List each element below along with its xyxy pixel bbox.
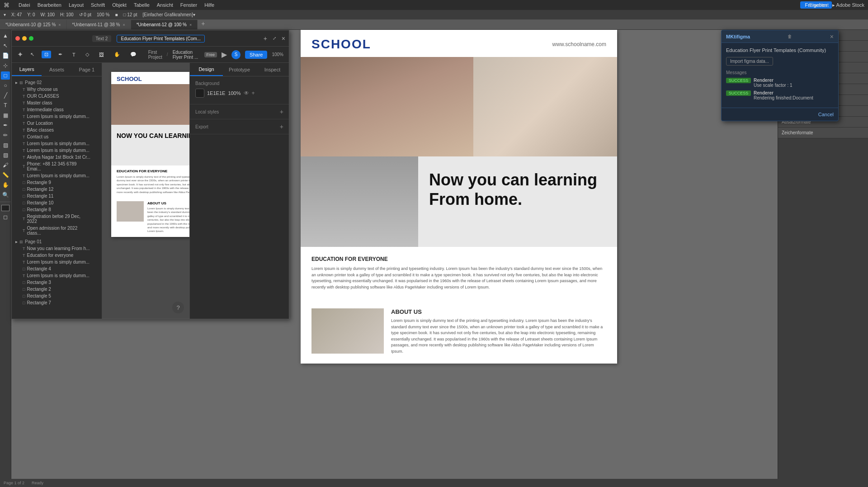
layer-item-lorem6[interactable]: T Lorem Ipsum is simply dumm...	[15, 272, 98, 279]
layer-item-why[interactable]: T Why choose us	[15, 86, 98, 93]
layer-item-education[interactable]: T Education for everyone	[15, 252, 98, 259]
figma-play-preview-icon[interactable]: ▶	[222, 50, 227, 59]
mkti-trash-icon[interactable]: 🗑	[788, 34, 792, 39]
figma-close-btn[interactable]	[15, 36, 20, 41]
layer-item-rect3[interactable]: □ Rectangle 3	[15, 279, 98, 286]
tool-gradient[interactable]: ▨	[1, 141, 10, 149]
toolbar-w-value[interactable]: W: 100	[41, 12, 55, 17]
layer-item-master[interactable]: T Master class	[15, 99, 98, 106]
erweitert-label[interactable]: Erweitert	[809, 2, 829, 8]
menu-layout[interactable]: Layout	[69, 2, 84, 8]
tab-2-close[interactable]: ×	[123, 23, 125, 27]
layer-item-basic[interactable]: T BAsc classes	[15, 127, 98, 133]
layer-item-lorem5[interactable]: T Lorem Ipsum is simply dumm...	[15, 259, 98, 265]
layer-item-rect7[interactable]: □ Rectangle 7	[15, 299, 98, 306]
tool-text[interactable]: T	[1, 101, 10, 109]
figma-maximize-btn[interactable]	[29, 36, 33, 41]
layer-item-intermediate[interactable]: T Intermediate class	[15, 106, 98, 113]
figma-breadcrumb-file[interactable]: Education Flyer Print ...	[173, 50, 200, 60]
figma-tool-comment[interactable]: 💬	[127, 51, 139, 58]
panel-zeichenformate[interactable]: Zeichenformate	[778, 128, 868, 138]
export-add-icon[interactable]: +	[280, 123, 283, 130]
figma-minimize-btn[interactable]	[22, 36, 27, 41]
tool-gradient-feather[interactable]: ▧	[1, 151, 10, 159]
figma-tool-select[interactable]: ↖	[28, 51, 37, 58]
tab-design[interactable]: Design	[190, 63, 223, 76]
tab-document-3[interactable]: *Unbenannt-12 @ 100 % ×	[131, 20, 198, 29]
layer-item-rect10[interactable]: □ Rectangle 10	[15, 199, 98, 206]
tool-measure[interactable]: 📏	[1, 171, 10, 179]
layer-item-rect8[interactable]: □ Rectangle 8	[15, 206, 98, 213]
mkti-cancel-button[interactable]: Cancel	[818, 112, 834, 117]
toolbar-tool-select[interactable]: ▾	[4, 12, 6, 17]
figma-tool-pen[interactable]: ✒	[56, 51, 65, 58]
figma-help-button[interactable]: ?	[172, 302, 184, 313]
background-add-icon[interactable]: +	[252, 90, 255, 96]
layer-item-lorem2[interactable]: T Lorem Ipsum is simply dumm...	[15, 140, 98, 147]
figma-tool-image[interactable]: 🖼	[96, 51, 107, 58]
figma-breadcrumb-project[interactable]: First Project	[148, 50, 162, 60]
tab-add[interactable]: +	[198, 20, 208, 29]
menu-ansicht[interactable]: Ansicht	[157, 2, 173, 8]
mkti-import-button[interactable]: Import figma data...	[726, 57, 773, 66]
tool-eyedropper[interactable]: 🖌	[1, 161, 10, 169]
figma-tool-text[interactable]: T	[70, 51, 78, 58]
tool-table[interactable]: ▦	[1, 111, 10, 119]
mkti-close-button[interactable]: ×	[830, 33, 834, 40]
layer-item-aksfya[interactable]: T Aksfya Nagar 1st Block 1st Cr...	[15, 154, 98, 161]
layer-item-contact[interactable]: T Contact us	[15, 133, 98, 140]
menu-bearbeiten[interactable]: Bearbeiten	[38, 2, 61, 8]
tab-document-2[interactable]: *Unbenannt-11 @ 38 % ×	[67, 20, 131, 29]
tab-inspect[interactable]: Inspect	[256, 63, 289, 76]
layer-item-rect11[interactable]: □ Rectangle 11	[15, 193, 98, 199]
tab-assets[interactable]: Assets	[42, 63, 71, 76]
toolbar-stroke[interactable]: ■	[115, 12, 118, 17]
layer-page02-header[interactable]: ▸ ⊞ Page 02	[15, 79, 98, 86]
layer-page01-header[interactable]: ▸ ⊞ Page 01	[15, 238, 98, 245]
toolbar-h-value[interactable]: H: 100	[60, 12, 73, 17]
tab-prototype[interactable]: Prototype	[223, 63, 256, 76]
layer-item-rect4[interactable]: □ Rectangle 4	[15, 265, 98, 272]
tab-layers[interactable]: Layers	[12, 63, 42, 76]
layer-item-rect5[interactable]: □ Rectangle 5	[15, 293, 98, 299]
tool-direct-select[interactable]: ↖	[1, 42, 10, 50]
figma-tab-active[interactable]: Education Flyer Print Templates (Com...	[117, 35, 205, 43]
background-color-swatch[interactable]	[195, 89, 204, 98]
figma-zoom-level[interactable]: 100%	[272, 52, 283, 57]
menu-fenster[interactable]: Fenster	[180, 2, 197, 8]
local-styles-add-icon[interactable]: +	[280, 108, 283, 115]
toolbar-rotate[interactable]: ↺ 0 pt	[79, 12, 91, 17]
layer-item-location[interactable]: T Our Location	[15, 120, 98, 127]
figma-tool-frame[interactable]: ⊡	[42, 51, 51, 58]
figma-window-expand[interactable]: ⤢	[273, 36, 276, 41]
layer-item-phone[interactable]: T Phone: +88 12 345 6789 Emai...	[15, 161, 98, 172]
background-visibility-icon[interactable]: 👁	[244, 90, 249, 96]
toolbar-view[interactable]: [Einfacher Grafikrahmen]▾	[143, 12, 195, 17]
tool-line[interactable]: ╱	[1, 91, 10, 99]
layer-item-rect2[interactable]: □ Rectangle 2	[15, 286, 98, 293]
layer-item-lorem4[interactable]: T Lorem Ipsum is simply dumm...	[15, 172, 98, 179]
figma-tab-text2[interactable]: Text 2	[92, 35, 112, 42]
toolbar-scale[interactable]: 100 %	[97, 12, 109, 17]
figma-add-tab[interactable]: +	[264, 35, 267, 42]
tab-3-close[interactable]: ×	[189, 23, 192, 27]
figma-tool-handtool[interactable]: ✋	[111, 51, 123, 58]
layer-item-lorem3[interactable]: T Lorem Ipsum is simply dumm...	[15, 147, 98, 154]
layer-item-admission[interactable]: T Open admission for 2022 class...	[15, 225, 98, 236]
adobe-stock-label[interactable]: ▸ Adobe Stock	[832, 2, 864, 8]
layer-item-nowyou[interactable]: T Now you can learning From h...	[15, 245, 98, 252]
toolbar-fill[interactable]: □ 12 pt	[123, 12, 137, 17]
layer-item-rect12[interactable]: □ Rectangle 12	[15, 186, 98, 193]
figma-share-button[interactable]: Share	[245, 51, 267, 59]
menu-tabelle[interactable]: Tabelle	[134, 2, 150, 8]
menu-objekt[interactable]: Objekt	[112, 2, 127, 8]
tool-select[interactable]: ▲	[1, 32, 10, 40]
tab-document-1[interactable]: *Unbenannt-10 @ 125 % ×	[0, 20, 67, 29]
tool-pencil[interactable]: ✏	[1, 131, 10, 139]
tool-ellipse[interactable]: ○	[1, 81, 10, 90]
tool-page[interactable]: 📄	[1, 52, 10, 60]
tool-pen[interactable]: ✒	[1, 121, 10, 129]
tab-1-close[interactable]: ×	[58, 23, 61, 27]
layer-item-rect9[interactable]: □ Rectangle 9	[15, 179, 98, 186]
menu-datei[interactable]: Datei	[19, 2, 30, 8]
